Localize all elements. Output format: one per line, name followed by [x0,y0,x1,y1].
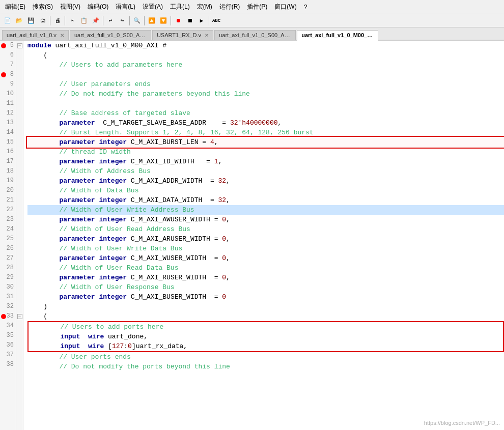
menu-lang[interactable]: 语言(L) [113,2,138,12]
line-num-7: 7 [2,60,14,70]
code-num-17: 1 [214,157,218,166]
menu-search[interactable]: 搜索(S) [30,2,56,12]
breakpoint-8[interactable] [1,72,6,77]
fold-19 [16,176,23,186]
code-text-38: // Do not modify the ports beyond this l… [27,362,230,371]
line-num-9: 9 [2,79,14,89]
breakpoint-5[interactable] [1,43,6,48]
fold-33[interactable]: − [16,311,23,321]
tab-2[interactable]: USART1_RX_D.v ✕ [152,30,213,40]
breakpoint-33[interactable] [1,314,6,319]
sp31 [95,292,99,302]
fold-28 [16,263,23,273]
line-numbers: 5 6 7 8 9 10 11 12 13 14 15 16 17 18 19 … [0,41,16,430]
abc-icon[interactable]: ABC [211,16,222,26]
line-num-35: 35 [2,331,14,340]
code-text-18: // Width of Address Bus [27,166,151,176]
record-icon[interactable]: ⏺ [173,16,184,26]
open-icon[interactable]: 📂 [14,16,25,26]
icon-toolbar: 📄 📂 💾 🗂 🖨 ✂ 📋 📌 ↩ ↪ 🔍 🔼 🔽 ⏺ ⏹ ▶ ABC [0,14,504,27]
menu-edit[interactable]: 编辑(E) [2,2,29,12]
menu-encode[interactable]: 编码(O) [85,2,111,12]
code-indent-35 [29,332,60,341]
code-line-35: input wire uart_done, [29,332,503,341]
menu-tools[interactable]: 工具(L) [167,2,193,12]
fold-11 [16,99,23,108]
paste-icon[interactable]: 📌 [90,16,101,26]
menu-help[interactable]: ? [301,3,311,12]
code-num-23: 0 [222,215,226,224]
redo-icon[interactable]: ↪ [117,16,128,26]
code-text-14: // Burst Length. Supports 1, 2, 4, 8, 16… [27,128,314,137]
code-content[interactable]: module uart_axi_full_v1_0_M00_AXI # ( //… [23,41,504,430]
fold-24 [16,224,23,234]
line-num-16: 16 [2,147,14,157]
kw-integer-29: integer [99,273,127,282]
line-num-32: 32 [2,302,14,311]
kw-wire-35: wire [88,332,104,341]
stop-icon[interactable]: ⏹ [184,16,195,26]
save-all-icon[interactable]: 🗂 [37,16,48,26]
code-text-25: C_M_AXI_ARUSER_WIDTH = [127,234,222,244]
code-line-38: // Do not modify the ports beyond this l… [27,362,504,371]
code-space-15 [95,137,99,147]
code-line-14: // Burst Length. Supports 1, 2, 4, 8, 16… [27,128,504,137]
code-indent-17 [27,157,59,166]
tab-close-0[interactable]: ✕ [60,33,64,38]
cut-icon[interactable]: ✂ [67,16,78,26]
tab-label-3: uart_axi_full_v1_0_S00_AXI.v [219,32,294,38]
save-icon[interactable]: 💾 [25,16,37,26]
code-text-19b: , [226,176,230,186]
play-icon[interactable]: ▶ [196,16,207,26]
new-icon[interactable]: 📄 [2,16,13,26]
code-text-10: // Do not modify the parameters beyond t… [27,89,250,99]
fold-35 [16,331,23,340]
tab-3[interactable]: uart_axi_full_v1_0_S00_AXI.v ✕ [214,30,296,40]
line-num-13: 13 [2,118,14,128]
red-box-2: // Users to add ports here input wire ua… [27,321,504,352]
fold-18 [16,166,23,176]
code-text-9: // User parameters ends [27,79,151,89]
code-line-28: // Width of User Read Data Bus [27,263,504,273]
fold-column: − − [16,41,23,430]
code-text-33: ( [27,311,47,321]
code-text-8 [27,70,32,79]
fold-5[interactable]: − [16,41,23,50]
sep5 [144,16,145,25]
code-indent-25 [27,234,59,244]
fold-38 [16,360,23,369]
menu-settings[interactable]: 设置(A) [139,2,166,12]
code-line-22: // Width of User Write Address Bus [27,205,504,215]
fold-27 [16,253,23,263]
code-line-37: // User ports ends [27,352,504,362]
sp27 [95,253,99,263]
zoom-in-icon[interactable]: 🔼 [146,16,157,26]
kw-parameter-25: parameter [59,234,95,244]
menu-window[interactable]: 窗口(W) [271,2,299,12]
kw-parameter-19: parameter [59,176,95,186]
print-icon[interactable]: 🖨 [52,16,63,26]
kw-integer-27: integer [99,253,127,263]
code-line-24: // Width of User Read Address Bus [27,224,504,234]
tab-label-1: uart_axi_full_v1_0_S00_AXI.v [74,32,149,38]
menu-plugin[interactable]: 插件(P) [244,2,270,12]
tab-close-2[interactable]: ✕ [205,33,209,38]
menu-view[interactable]: 视图(V) [57,2,83,12]
code-num-25: 0 [222,234,226,244]
tab-4[interactable]: uart_axi_full_v1_0_M00_AXI.v ✕ [297,30,378,41]
tab-0[interactable]: uart_axi_full_v1_0.v ✕ [2,30,69,40]
menu-run[interactable]: 运行(R) [216,2,243,12]
zoom-out-icon[interactable]: 🔽 [158,16,169,26]
menu-macro[interactable]: 宏(M) [194,2,215,12]
code-line-26: // Width of User Write Data Bus [27,244,504,253]
kw-parameter-27: parameter [59,253,95,263]
copy-icon[interactable]: 📋 [78,16,90,26]
sp29 [95,273,99,282]
code-line-19: parameter integer C_M_AXI_ADDR_WIDTH = 3… [27,176,504,186]
fold-21 [16,195,23,205]
undo-icon[interactable]: ↩ [105,16,116,26]
tab-1[interactable]: uart_axi_full_v1_0_S00_AXI.v ✕ [70,30,151,40]
sep4 [129,16,130,25]
search-icon[interactable]: 🔍 [131,16,143,26]
line-num-24: 24 [2,224,14,234]
